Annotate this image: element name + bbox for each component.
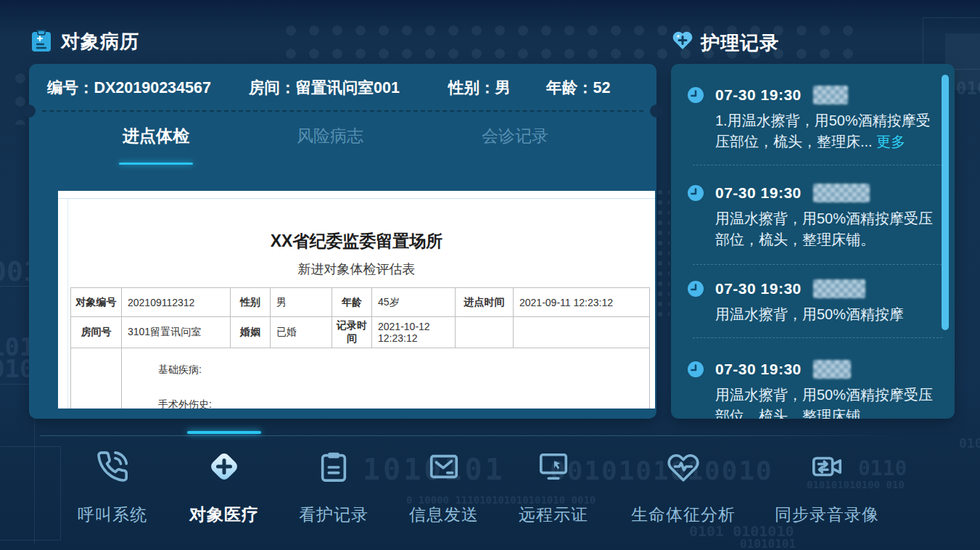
- exam-table: 对象编号 202109112312 性别 男 年龄 45岁 进点时间 2021-…: [70, 287, 650, 409]
- subject-room: 房间：留置讯问室001: [249, 77, 400, 98]
- clock-icon: [687, 184, 704, 202]
- more-link[interactable]: 更多: [876, 134, 905, 149]
- exam-document: XX省纪委监委留置场所 新进对象体检评估表 对象编号 202109112312 …: [58, 191, 655, 409]
- masked-nurse-name: [813, 86, 848, 104]
- record-timestamp: 07-30 19:30: [715, 361, 802, 378]
- cell-value: 3101留置讯问室: [122, 317, 231, 348]
- heart-pulse-icon: [600, 446, 767, 488]
- background-dots: [655, 187, 670, 318]
- table-row: 房间号 3101留置讯问室 婚姻 已婚 记录时间 2021-10-12 12:2…: [71, 317, 650, 348]
- cell-free-text: 基础疾病: 手术外伤史:: [122, 348, 650, 409]
- clock-icon: [687, 280, 704, 297]
- record-divider: [693, 337, 942, 338]
- binary-digits: 010: [956, 78, 980, 99]
- cell-empty: [71, 348, 122, 409]
- nav-label: 生命体征分析: [600, 504, 767, 526]
- nursing-record: 07-30 19:30 用温水擦背，用50%酒精按摩受压部位，梳头，整理床铺。: [687, 360, 942, 419]
- document-top-line: [58, 198, 655, 199]
- nav-divider: [40, 435, 914, 436]
- table-row: 基础疾病: 手术外伤史:: [71, 348, 650, 409]
- cell-value: 2021-09-11 12:23:12: [514, 288, 650, 317]
- tab-entry-physical-exam[interactable]: 进点体检: [91, 125, 221, 147]
- clock-icon: [687, 86, 704, 104]
- cell-label: 婚姻: [231, 317, 271, 348]
- cell-value: 202109112312: [122, 288, 231, 317]
- subject-gender: 性别：男: [448, 77, 511, 98]
- table-row: 对象编号 202109112312 性别 男 年龄 45岁 进点时间 2021-…: [71, 288, 650, 317]
- cell-value: 已婚: [271, 317, 332, 348]
- active-nav-indicator: [187, 431, 261, 434]
- clock-icon: [687, 361, 704, 378]
- masked-nurse-name: [813, 184, 870, 202]
- record-divider: [693, 264, 942, 265]
- ticket-dashed-divider: [42, 110, 643, 112]
- app-screen: 0010 1010 0101 010 1010101 0010101010010…: [0, 0, 980, 550]
- ticket-notch: [22, 104, 36, 118]
- record-text: 用温水擦背，用50%酒精按摩受压部位，梳头，整理床铺。: [715, 385, 940, 419]
- active-tab-underline: [119, 163, 193, 165]
- record-timestamp: 07-30 19:30: [715, 280, 802, 297]
- cell-label: 性别: [231, 288, 271, 317]
- cell-label: 记录时间: [332, 317, 372, 348]
- record-timestamp: 07-30 19:30: [715, 86, 802, 104]
- nursing-record: 07-30 19:30 1.用温水擦背，用50%酒精按摩受压部位，梳头，整理床.…: [687, 86, 942, 152]
- record-text: 用温水擦背，用50%酒精按摩: [715, 304, 940, 325]
- cell-value: 男: [271, 288, 332, 317]
- medical-panel-title: 对象病历: [61, 29, 139, 54]
- cell-label: 年龄: [332, 288, 372, 317]
- nursing-records-panel: 07-30 19:30 1.用温水擦背，用50%酒精按摩受压部位，梳头，整理床.…: [671, 64, 955, 419]
- record-text: 1.用温水擦背，用50%酒精按摩受压部位，梳头，整理床... 更多: [715, 110, 940, 152]
- cell-value: [456, 317, 514, 348]
- nursing-panel-title: 护理记录: [701, 30, 779, 56]
- binary-digits: 0101: [959, 435, 980, 451]
- tab-risk-medical-log[interactable]: 风险病志: [265, 125, 395, 147]
- nursing-record: 07-30 19:30 用温水擦背，用50%酒精按摩: [687, 279, 942, 325]
- cell-value: [514, 317, 650, 348]
- cell-value: 2021-10-12 12:23:12: [372, 317, 456, 348]
- cell-label: 进点时间: [456, 288, 514, 317]
- document-org-title: XX省纪委监委留置场所: [58, 230, 655, 253]
- masked-nurse-name: [813, 360, 851, 379]
- binary-digits: 01010101: [740, 537, 796, 550]
- tab-consultation-records[interactable]: 会诊记录: [450, 125, 580, 147]
- masked-nurse-name: [813, 279, 865, 298]
- subject-age: 年龄：52: [546, 77, 610, 98]
- medical-record-icon: [30, 29, 52, 52]
- document-form-title: 新进对象体检评估表: [58, 260, 655, 278]
- cell-label: 房间号: [71, 317, 122, 348]
- nav-item-sync-av-recording[interactable]: 同步录音录像: [744, 446, 910, 526]
- record-timestamp: 07-30 19:30: [715, 184, 802, 202]
- ticket-notch: [650, 104, 663, 118]
- record-text: 用温水擦背，用50%酒精按摩受压部位，梳头，整理床铺。: [715, 208, 940, 250]
- field-surgery-trauma-history: 手术外伤史:: [158, 398, 643, 409]
- scrollbar[interactable]: [942, 75, 949, 330]
- field-basic-diseases: 基础疾病:: [158, 364, 643, 377]
- nursing-record: 07-30 19:30 用温水擦背，用50%酒精按摩受压部位，梳头，整理床铺。: [687, 184, 942, 250]
- medical-record-panel: 编号：DX20190234567 房间：留置讯问室001 性别：男 年龄：52 …: [29, 64, 656, 419]
- background-box: [923, 17, 980, 70]
- cell-value: 45岁: [372, 288, 456, 317]
- cell-label: 对象编号: [71, 288, 122, 317]
- nav-label: 同步录音录像: [744, 504, 910, 526]
- video-camera-icon: [744, 446, 910, 488]
- subject-id: 编号：DX20190234567: [47, 77, 211, 98]
- nav-item-vital-signs-analysis[interactable]: 生命体征分析: [600, 446, 767, 526]
- nursing-heart-icon: [672, 30, 693, 51]
- record-divider: [693, 165, 942, 165]
